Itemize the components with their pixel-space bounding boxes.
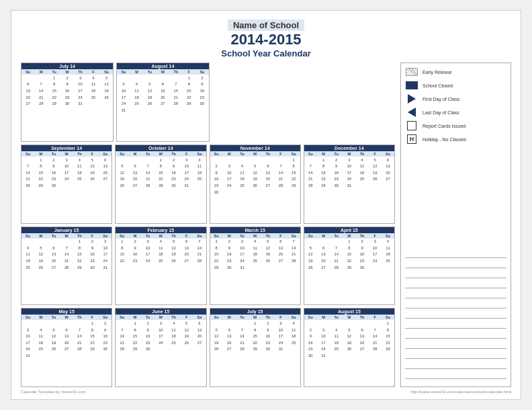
legend-first-day: First Day of Class — [405, 94, 506, 104]
holiday-label: Holiday - No Classes — [423, 137, 466, 142]
footer-left: Calendar Template by Vertex42.com — [21, 390, 86, 394]
calendar-june-15: June 15SuMTuWThFSa1234567891011121314151… — [115, 308, 206, 387]
legend-line-2 — [405, 261, 506, 268]
hatch-icon — [405, 67, 418, 77]
legend-holiday: H Holiday - No Classes — [405, 134, 506, 144]
footer: Calendar Template by Vertex42.com http:/… — [21, 390, 511, 394]
calendar-row-3: January 15SuMTuWThFSa1234567891011121314… — [21, 227, 395, 306]
report-cards-label: Report Cards Issued — [423, 124, 466, 128]
legend-line-3 — [405, 272, 506, 278]
calendar-january-15: January 15SuMTuWThFSa1234567891011121314… — [21, 227, 112, 306]
legend-line-10 — [405, 342, 506, 349]
legend-line-4 — [405, 282, 506, 288]
calendar-august-15: August 15SuMTuWThFSa12345678910111213141… — [304, 308, 395, 387]
legend-line-9 — [405, 332, 506, 339]
calendar-november-14: November 14SuMTuWThFSa123456789101112131… — [210, 145, 301, 224]
calendar-february-15: February 15SuMTuWThFSa123456789101112131… — [115, 227, 206, 306]
calendar-row-1: July 14SuMTuWThFSa1234567891011121314151… — [21, 63, 395, 142]
header: Name of School 2014-2015 School Year Cal… — [21, 19, 511, 58]
calendar-row-4: May 15SuMTuWThFSa12345678910111213141516… — [21, 308, 395, 387]
legend-line-7 — [405, 312, 506, 319]
early-release-label: Early Release — [423, 70, 452, 75]
legend-report-cards: Report Cards Issued — [405, 121, 506, 130]
last-day-label: Last Day of Class — [423, 110, 459, 115]
calendars-area: July 14SuMTuWThFSa1234567891011121314151… — [21, 63, 395, 387]
calendar-july-14: July 14SuMTuWThFSa1234567891011121314151… — [21, 63, 114, 142]
footer-right: http://www.vertex42.com/calendars/school… — [410, 390, 511, 394]
calendar-august-14: August 14SuMTuWThFSa12345678910111213141… — [116, 63, 209, 142]
legend-area: Early Release School Closed First Day of… — [400, 63, 511, 387]
h-box-icon: H — [405, 134, 418, 144]
calendar-april-15: April 15SuMTuWThFSa123456789101112131415… — [304, 227, 395, 306]
first-day-label: First Day of Class — [423, 97, 459, 101]
calendar-september-14: September 14SuMTuWThFSa12345678910111213… — [21, 145, 112, 224]
legend-line-11 — [405, 352, 506, 359]
triangle-right-icon — [405, 94, 418, 104]
report-box-icon — [405, 121, 418, 130]
calendar-row-2: September 14SuMTuWThFSa12345678910111213… — [21, 145, 395, 224]
legend-school-closed: School Closed — [405, 81, 506, 90]
legend-lines — [405, 148, 506, 382]
legend-line-12 — [405, 362, 506, 369]
legend-line-5 — [405, 292, 506, 298]
year: 2014-2015 — [21, 31, 511, 48]
legend-last-day: Last Day of Class — [405, 108, 506, 117]
legend-line-1 — [405, 251, 506, 258]
subtitle: School Year Calendar — [21, 48, 511, 58]
school-closed-label: School Closed — [423, 83, 453, 88]
calendar-october-14: October 14SuMTuWThFSa1234567891011121314… — [115, 145, 206, 224]
calendar-december-14: December 14SuMTuWThFSa123456789101112131… — [304, 145, 395, 224]
legend-line-6 — [405, 302, 506, 309]
page: Name of School 2014-2015 School Year Cal… — [11, 10, 521, 400]
calendar-may-15: May 15SuMTuWThFSa12345678910111213141516… — [21, 308, 112, 387]
school-name: Name of School — [228, 19, 304, 31]
legend-line-13 — [405, 372, 506, 379]
legend-early-release: Early Release — [405, 67, 506, 77]
legend-line-8 — [405, 322, 506, 329]
calendar-july-15: July 15SuMTuWThFSa1234567891011121314151… — [210, 308, 301, 387]
main-content: July 14SuMTuWThFSa1234567891011121314151… — [21, 63, 511, 387]
triangle-left-icon — [405, 108, 418, 117]
calendar-march-15: March 15SuMTuWThFSa123456789101112131415… — [210, 227, 301, 306]
blue-box-icon — [405, 81, 418, 90]
